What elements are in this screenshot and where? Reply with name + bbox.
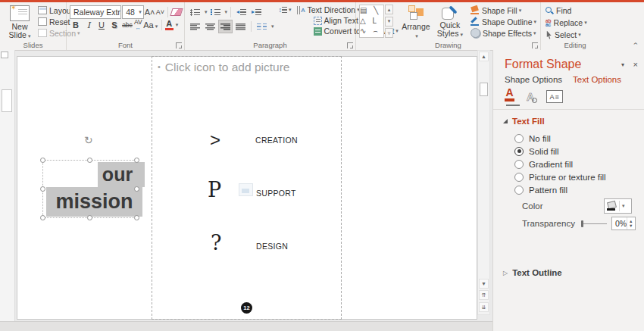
shape-gallery[interactable]: ▤ ╲ ↘ ▭ ○ ▢ △ L Γ ⇨ ⇩ ⌐ ∿ ⌢ ∧ ( ) ☆ bbox=[359, 5, 384, 38]
shape-fill-button[interactable]: Shape Fill▾ bbox=[469, 5, 538, 16]
slide-thumbnail-panel[interactable] bbox=[0, 50, 15, 331]
font-color-button[interactable]: A bbox=[165, 20, 174, 30]
replace-button[interactable]: abacReplace▾ bbox=[544, 17, 607, 29]
mission-text-line2[interactable]: mission bbox=[46, 187, 142, 217]
mission-text-line1[interactable]: our bbox=[98, 162, 145, 187]
radio-picture-fill[interactable]: Picture or texture fill bbox=[514, 170, 606, 183]
radio-no-fill[interactable]: No fill bbox=[514, 132, 606, 145]
drawing-dialog-launcher-icon[interactable] bbox=[532, 42, 538, 48]
rotate-handle-icon[interactable]: ↻ bbox=[84, 135, 93, 145]
underline-button[interactable]: U bbox=[95, 20, 108, 30]
spin-down-icon[interactable]: ▼ bbox=[627, 223, 634, 228]
drawing-group-label: Drawing bbox=[356, 41, 540, 49]
panel-options-chevron-icon[interactable]: ▾ bbox=[621, 61, 624, 68]
resize-handle[interactable] bbox=[134, 158, 139, 163]
slider-thumb[interactable] bbox=[581, 220, 583, 227]
ribbon-group-drawing: ▤ ╲ ↘ ▭ ○ ▢ △ L Γ ⇨ ⇩ ⌐ ∿ ⌢ ∧ ( ) ☆ ▴ ▾ … bbox=[356, 2, 541, 50]
selected-tab-indicator bbox=[506, 105, 520, 106]
radio-solid-fill[interactable]: Solid fill bbox=[514, 145, 606, 158]
broken-image-icon[interactable] bbox=[239, 183, 253, 196]
radio-gradient-fill[interactable]: Gradient fill bbox=[514, 158, 606, 170]
shrink-font-button[interactable]: A˅ bbox=[156, 8, 165, 16]
close-icon[interactable]: × bbox=[633, 60, 638, 69]
paragraph-dialog-launcher-icon[interactable] bbox=[347, 42, 353, 48]
bold-button[interactable]: B bbox=[70, 20, 82, 30]
gallery-scroll-up-icon[interactable]: ▴ bbox=[385, 5, 393, 14]
text-fill-tab-icon[interactable]: A bbox=[505, 88, 514, 103]
clear-formatting-icon[interactable] bbox=[170, 8, 183, 16]
scrollbar-thumb[interactable] bbox=[480, 83, 488, 96]
gallery-more-icon[interactable]: ▿ bbox=[385, 28, 393, 38]
text-outline-section-header[interactable]: ▷ Text Outline bbox=[503, 268, 562, 277]
resize-handle[interactable] bbox=[87, 158, 92, 163]
align-center-button[interactable] bbox=[203, 20, 217, 33]
creation-item-icon[interactable]: > bbox=[210, 130, 220, 151]
design-item-label[interactable]: DESIGN bbox=[256, 242, 302, 251]
color-picker-button[interactable]: ▾ bbox=[604, 198, 632, 214]
arrange-button[interactable]: Arrange▾ bbox=[398, 5, 434, 41]
shape-effects-button[interactable]: Shape Effects▾ bbox=[469, 27, 538, 39]
numbering-icon bbox=[211, 9, 220, 16]
strikethrough-button[interactable]: abc bbox=[121, 21, 133, 29]
text-shadow-button[interactable]: S bbox=[108, 20, 120, 30]
paint-bucket-icon bbox=[607, 201, 617, 211]
character-spacing-button[interactable]: AV↔ bbox=[134, 20, 142, 30]
thumbnail-pane-button[interactable] bbox=[1, 52, 8, 58]
columns-button[interactable] bbox=[255, 20, 269, 33]
tab-shape-options[interactable]: Shape Options bbox=[505, 75, 562, 84]
bullets-button[interactable] bbox=[188, 5, 202, 19]
shape-gallery-row: △ L Γ ⇨ ⇩ ⌐ bbox=[360, 16, 383, 27]
gallery-scroll-down-icon[interactable]: ▾ bbox=[385, 17, 393, 27]
quick-styles-button[interactable]: Quick Styles▾ bbox=[434, 5, 466, 39]
scroll-down-icon[interactable]: ▼ bbox=[479, 279, 489, 289]
canvas-scrollbar[interactable]: ▲ ▼ ⇈ ⇊ bbox=[477, 50, 490, 315]
text-fill-section-header[interactable]: Text Fill bbox=[503, 117, 545, 126]
creation-item-label[interactable]: CREATION bbox=[255, 136, 290, 145]
resize-handle[interactable] bbox=[87, 215, 92, 220]
resize-handle[interactable] bbox=[134, 186, 139, 192]
design-item-icon[interactable]: ? bbox=[211, 231, 221, 254]
resize-handle[interactable] bbox=[40, 186, 45, 192]
transparency-slider[interactable] bbox=[581, 220, 607, 227]
align-right-icon bbox=[220, 23, 230, 30]
numbering-button[interactable] bbox=[208, 5, 223, 19]
slide-canvas[interactable]: •Click icon to add picture > CREATION P … bbox=[17, 56, 477, 320]
align-right-button[interactable] bbox=[218, 20, 233, 33]
chevron-down-icon: ▾ bbox=[519, 8, 522, 14]
section-icon bbox=[38, 29, 47, 37]
change-case-button[interactable]: Aa▾ bbox=[143, 20, 158, 30]
shape-outline-button[interactable]: Shape Outline▾ bbox=[469, 16, 538, 27]
justify-button[interactable] bbox=[233, 20, 248, 33]
support-item-icon[interactable]: P bbox=[208, 178, 221, 201]
text-effects-tab-icon[interactable]: A bbox=[527, 88, 534, 103]
font-size-combo[interactable]: 48▾ bbox=[122, 5, 144, 19]
text-direction-label: Text Direction bbox=[308, 5, 356, 14]
textbox-tab-icon[interactable]: A≡ bbox=[546, 90, 563, 103]
support-item-label[interactable]: SUPPORT bbox=[256, 189, 302, 198]
transparency-input[interactable]: 0% ▲▼ bbox=[611, 217, 636, 230]
text-direction-icon bbox=[296, 6, 305, 14]
radio-pattern-fill[interactable]: Pattern fill bbox=[514, 183, 606, 196]
font-dialog-launcher-icon[interactable] bbox=[176, 42, 182, 48]
increase-indent-button[interactable]: ▸ bbox=[249, 5, 264, 19]
resize-handle[interactable] bbox=[134, 215, 139, 220]
align-left-button[interactable] bbox=[188, 20, 202, 33]
collapse-ribbon-icon[interactable]: › bbox=[631, 42, 639, 45]
find-button[interactable]: Find bbox=[544, 5, 607, 17]
decrease-indent-button[interactable]: ◂ bbox=[234, 5, 249, 19]
grow-font-button[interactable]: A˄ bbox=[145, 8, 155, 17]
new-slide-button[interactable]: New Slide▾ bbox=[3, 5, 36, 41]
italic-button[interactable]: I bbox=[83, 20, 95, 30]
select-button[interactable]: Select▾ bbox=[544, 29, 607, 41]
resize-handle[interactable] bbox=[40, 158, 45, 163]
justify-icon bbox=[236, 23, 245, 30]
status-strip bbox=[0, 321, 492, 331]
tab-text-options[interactable]: Text Options bbox=[573, 75, 621, 84]
slide-thumbnail[interactable] bbox=[2, 89, 12, 112]
font-name-combo[interactable]: Raleway ExtraB▾ bbox=[70, 5, 121, 19]
resize-handle[interactable] bbox=[40, 215, 45, 220]
previous-slide-icon[interactable]: ⇈ bbox=[479, 290, 489, 300]
columns-icon bbox=[257, 23, 267, 30]
scroll-up-icon[interactable]: ▲ bbox=[479, 52, 489, 61]
next-slide-icon[interactable]: ⇊ bbox=[479, 302, 489, 312]
